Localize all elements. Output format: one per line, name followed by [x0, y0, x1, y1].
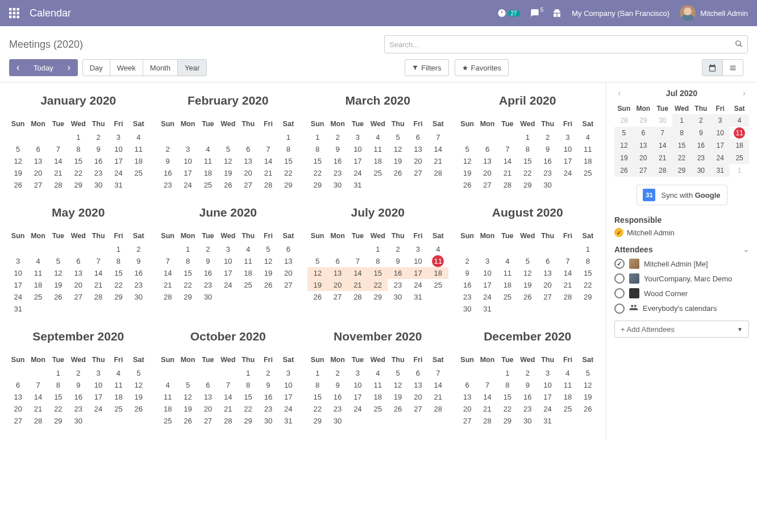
mini-day[interactable]: 11 [734, 127, 745, 139]
attendee-toggle[interactable] [614, 288, 625, 298]
day-cell[interactable]: 22 [368, 279, 388, 291]
day-cell[interactable]: 4 [428, 243, 448, 255]
day-cell[interactable]: 1 [307, 131, 327, 143]
day-cell[interactable]: 5 [307, 255, 327, 267]
day-cell[interactable]: 10 [278, 379, 298, 391]
day-cell[interactable]: 10 [477, 267, 497, 279]
day-cell[interactable]: 10 [348, 143, 368, 155]
day-cell[interactable]: 19 [307, 279, 327, 291]
day-cell[interactable]: 19 [457, 167, 477, 179]
day-cell[interactable]: 6 [408, 367, 428, 379]
day-cell[interactable]: 28 [88, 291, 108, 303]
day-cell[interactable]: 11 [238, 255, 258, 267]
day-cell[interactable]: 10 [109, 143, 128, 155]
day-cell[interactable]: 14 [428, 379, 448, 391]
day-cell[interactable]: 10 [8, 267, 28, 279]
day-cell[interactable]: 30 [388, 291, 407, 303]
day-cell[interactable]: 1 [68, 131, 88, 143]
day-cell[interactable]: 29 [238, 415, 258, 427]
day-cell[interactable]: 1 [578, 243, 598, 255]
mini-day[interactable]: 5 [614, 127, 634, 139]
day-cell[interactable]: 27 [477, 179, 497, 191]
day-cell[interactable]: 12 [578, 379, 598, 391]
search-input[interactable] [389, 40, 735, 49]
day-cell[interactable]: 7 [218, 379, 238, 391]
day-cell[interactable]: 8 [307, 379, 327, 391]
day-cell[interactable]: 15 [238, 391, 258, 403]
mini-day-other[interactable]: 28 [614, 114, 634, 127]
day-cell[interactable]: 20 [238, 167, 258, 179]
day-cell[interactable]: 21 [48, 167, 68, 179]
mini-day[interactable]: 21 [653, 152, 672, 164]
day-cell[interactable]: 17 [558, 155, 577, 167]
day-cell[interactable]: 12 [518, 267, 538, 279]
day-cell[interactable]: 28 [348, 291, 368, 303]
day-cell[interactable]: 14 [158, 267, 178, 279]
day-cell[interactable]: 21 [428, 155, 448, 167]
mini-day[interactable]: 20 [634, 152, 653, 164]
day-cell[interactable]: 4 [158, 379, 178, 391]
day-cell[interactable]: 6 [457, 379, 477, 391]
day-cell[interactable]: 30 [457, 303, 477, 315]
day-cell[interactable]: 15 [307, 155, 327, 167]
day-cell[interactable]: 7 [348, 255, 368, 267]
day-cell[interactable]: 23 [198, 279, 218, 291]
day-cell[interactable]: 4 [238, 243, 258, 255]
day-cell[interactable]: 23 [388, 279, 407, 291]
day-cell[interactable]: 7 [88, 255, 108, 267]
mini-prev-button[interactable]: ‹ [614, 88, 624, 98]
day-cell[interactable]: 2 [327, 367, 347, 379]
day-cell[interactable]: 11 [28, 267, 48, 279]
day-cell[interactable]: 17 [109, 155, 128, 167]
mini-day[interactable]: 24 [710, 152, 730, 164]
day-cell[interactable]: 29 [68, 179, 88, 191]
day-cell[interactable]: 16 [88, 155, 108, 167]
day-cell[interactable]: 13 [477, 155, 497, 167]
day-cell[interactable]: 11 [432, 255, 444, 267]
scale-day-button[interactable]: Day [82, 59, 110, 76]
day-cell[interactable]: 3 [477, 255, 497, 267]
day-cell[interactable]: 20 [8, 403, 28, 415]
day-cell[interactable]: 23 [538, 167, 558, 179]
day-cell[interactable]: 21 [258, 167, 278, 179]
day-cell[interactable]: 9 [128, 255, 148, 267]
day-cell[interactable]: 14 [558, 267, 577, 279]
day-cell[interactable]: 13 [408, 143, 428, 155]
day-cell[interactable]: 15 [109, 267, 128, 279]
mini-day[interactable]: 16 [691, 139, 710, 152]
day-cell[interactable]: 17 [8, 279, 28, 291]
mini-day-other[interactable]: 1 [730, 164, 749, 177]
day-cell[interactable]: 12 [8, 155, 28, 167]
view-list-button[interactable] [722, 59, 743, 76]
attendee-row[interactable]: YourCompany, Marc Demo [614, 273, 749, 284]
day-cell[interactable]: 22 [518, 167, 538, 179]
day-cell[interactable]: 3 [109, 131, 128, 143]
day-cell[interactable]: 15 [178, 267, 198, 279]
day-cell[interactable]: 21 [158, 279, 178, 291]
filters-button[interactable]: Filters [405, 59, 448, 76]
day-cell[interactable]: 25 [109, 403, 128, 415]
day-cell[interactable]: 3 [538, 367, 558, 379]
day-cell[interactable]: 30 [68, 415, 88, 427]
prev-button[interactable] [9, 59, 27, 76]
day-cell[interactable]: 26 [518, 291, 538, 303]
day-cell[interactable]: 1 [109, 243, 128, 255]
day-cell[interactable]: 1 [307, 367, 327, 379]
day-cell[interactable]: 17 [348, 391, 368, 403]
day-cell[interactable]: 24 [178, 179, 198, 191]
mini-day[interactable]: 9 [691, 127, 710, 139]
day-cell[interactable]: 24 [218, 279, 238, 291]
day-cell[interactable]: 21 [348, 279, 368, 291]
day-cell[interactable]: 5 [48, 255, 68, 267]
day-cell[interactable]: 5 [518, 255, 538, 267]
day-cell[interactable]: 6 [538, 255, 558, 267]
day-cell[interactable]: 1 [368, 243, 388, 255]
day-cell[interactable]: 1 [178, 243, 198, 255]
day-cell[interactable]: 12 [258, 255, 278, 267]
day-cell[interactable]: 20 [28, 167, 48, 179]
day-cell[interactable]: 9 [158, 155, 178, 167]
day-cell[interactable]: 16 [128, 267, 148, 279]
day-cell[interactable]: 6 [238, 143, 258, 155]
day-cell[interactable]: 30 [258, 415, 278, 427]
day-cell[interactable]: 18 [368, 391, 388, 403]
